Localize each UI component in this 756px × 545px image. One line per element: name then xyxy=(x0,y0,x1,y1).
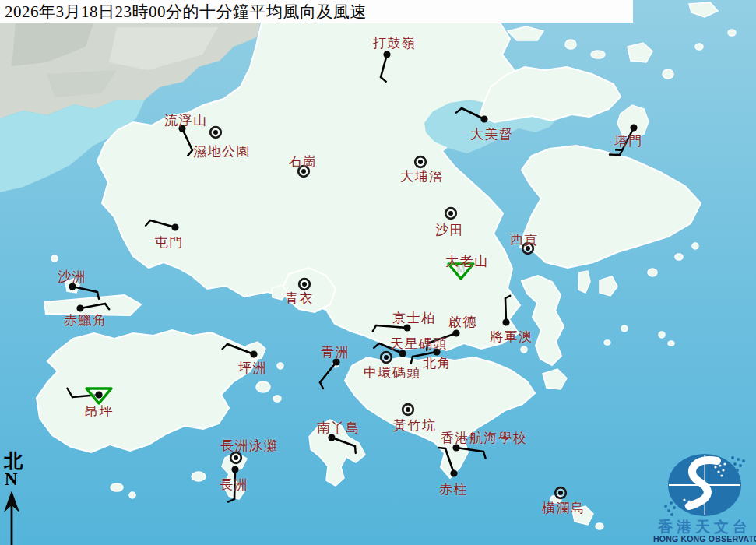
wind-shaft xyxy=(150,220,175,227)
wind-shaft xyxy=(505,298,506,322)
station-dot xyxy=(302,282,307,287)
station-calm[interactable] xyxy=(403,404,413,415)
wind-barb-tick xyxy=(355,446,356,453)
station-calm[interactable] xyxy=(381,352,392,363)
station-calm[interactable] xyxy=(230,452,241,463)
wind-shaft xyxy=(320,362,336,382)
station-wind[interactable] xyxy=(427,329,459,350)
station-wind[interactable] xyxy=(178,125,192,155)
title-bar: 2026年3月18日23時00分的十分鐘平均風向及風速 xyxy=(0,0,633,23)
wind-shaft xyxy=(462,108,484,119)
station-dot xyxy=(403,324,410,331)
station-dot xyxy=(526,246,530,251)
station-dot xyxy=(332,358,339,365)
station-dot xyxy=(406,407,410,412)
wind-shaft xyxy=(427,333,456,343)
station-dot xyxy=(433,348,440,355)
station-dot xyxy=(448,211,453,216)
station-calm[interactable] xyxy=(298,166,309,177)
station-dot xyxy=(480,115,487,122)
wind-barb-tick xyxy=(67,389,72,397)
north-label-en: N xyxy=(5,470,31,489)
wind-barb-tick xyxy=(456,108,462,113)
wind-barb-tick xyxy=(411,357,413,364)
station-wind[interactable] xyxy=(146,220,178,231)
wind-shaft xyxy=(332,438,355,446)
station-dot xyxy=(558,490,563,495)
station-calm[interactable] xyxy=(555,487,566,498)
wind-barb-tick xyxy=(228,499,234,502)
wind-barb-tick xyxy=(381,77,386,82)
station-dot xyxy=(171,223,178,230)
station-calm[interactable] xyxy=(522,243,533,254)
wind-barb-tick xyxy=(97,292,99,299)
wind-barb-tick xyxy=(483,452,486,459)
wind-barb-tick xyxy=(223,344,227,349)
station-wind[interactable] xyxy=(411,348,441,363)
station-dot xyxy=(328,434,335,441)
station-calm[interactable] xyxy=(415,156,426,167)
station-mountain[interactable]: M xyxy=(448,263,473,279)
wind-shaft xyxy=(227,344,254,354)
station-wind[interactable] xyxy=(502,296,510,326)
station-dot xyxy=(399,350,406,357)
map-title: 2026年3月18日23時00分的十分鐘平均風向及風速 xyxy=(5,1,367,23)
wind-barb-tick xyxy=(188,150,192,156)
station-dot xyxy=(383,51,390,58)
wind-shaft xyxy=(379,343,403,353)
station-wind[interactable] xyxy=(456,108,488,123)
station-dot xyxy=(301,169,306,174)
station-dot xyxy=(69,283,76,290)
north-label-zh: 北 xyxy=(4,452,31,470)
station-dot xyxy=(76,304,83,311)
wind-barb-tick xyxy=(427,343,427,350)
mountain-letter: M xyxy=(457,263,466,275)
station-dot xyxy=(384,355,389,360)
station-wind[interactable] xyxy=(320,358,340,389)
station-dot xyxy=(502,318,509,325)
station-wind[interactable] xyxy=(76,304,109,312)
north-compass: 北 N xyxy=(0,452,31,545)
wind-shaft xyxy=(445,448,454,473)
wind-barb-tick xyxy=(146,220,150,226)
wind-barb-tick xyxy=(373,325,376,332)
station-wind[interactable] xyxy=(328,434,355,453)
wind-barb-tick xyxy=(505,296,510,298)
station-wind[interactable] xyxy=(438,448,458,477)
wind-barb-tick xyxy=(610,154,620,155)
station-mountain-wind[interactable] xyxy=(67,389,111,403)
wind-shaft xyxy=(376,325,407,328)
wind-shaft xyxy=(182,128,192,150)
wind-barb-tick xyxy=(320,382,323,389)
station-wind[interactable] xyxy=(452,444,485,458)
station-dot xyxy=(450,469,457,476)
station-wind[interactable] xyxy=(610,124,638,155)
wind-barb-tick xyxy=(105,304,109,309)
wind-shaft xyxy=(456,448,483,452)
wind-shaft xyxy=(413,352,437,357)
station-dot xyxy=(178,125,185,132)
station-dot xyxy=(250,350,257,357)
wind-map-page: M 打鼓嶺流浮山濕地公園石崗大美督塔門大埔滘沙田西貢大老山屯門沙洲赤鱲角青衣京士… xyxy=(0,0,756,545)
station-dot xyxy=(213,130,218,135)
station-dot xyxy=(452,329,459,336)
wind-shaft xyxy=(234,469,235,499)
station-wind[interactable] xyxy=(228,466,239,501)
station-dot xyxy=(452,444,459,451)
hko-logo-icon xyxy=(653,452,756,517)
station-wind[interactable] xyxy=(381,51,391,81)
station-wind[interactable] xyxy=(69,283,99,298)
station-dot xyxy=(630,124,637,131)
wind-shaft xyxy=(72,287,97,292)
station-calm[interactable] xyxy=(210,127,221,138)
station-calm[interactable] xyxy=(299,279,310,290)
station-dot xyxy=(95,391,102,398)
wind-shaft xyxy=(80,304,105,308)
station-wind[interactable] xyxy=(373,324,411,331)
station-dot xyxy=(231,466,238,473)
north-arrow-icon xyxy=(0,489,26,545)
station-wind[interactable] xyxy=(223,344,258,358)
station-calm[interactable] xyxy=(445,208,456,219)
wind-barb-tick xyxy=(438,448,445,448)
station-dot xyxy=(234,455,238,460)
